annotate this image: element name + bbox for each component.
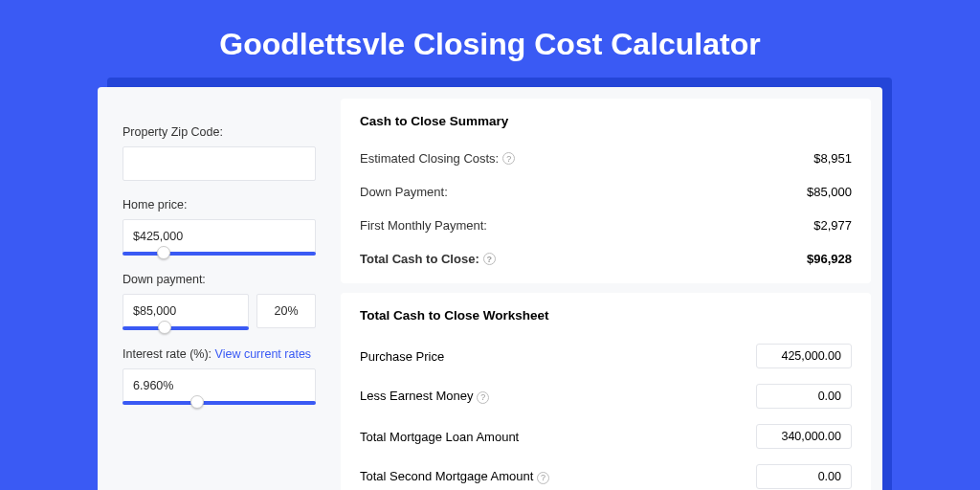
calculator-card: Property Zip Code: Home price: $425,000 … <box>98 87 882 490</box>
worksheet-key: Purchase Price <box>360 349 444 364</box>
worksheet-key: Total Mortgage Loan Amount <box>360 430 519 444</box>
worksheet-value[interactable]: 425,000.00 <box>756 344 852 368</box>
summary-row: Estimated Closing Costs: ?$8,951 <box>360 142 852 175</box>
worksheet-value[interactable]: 0.00 <box>756 464 852 489</box>
summary-value: $2,977 <box>813 218 852 233</box>
worksheet-row: Total Second Mortgage Amount ?0.00 <box>360 457 852 490</box>
summary-row: First Monthly Payment:$2,977 <box>360 209 852 242</box>
interest-rate-slider[interactable] <box>122 401 316 405</box>
down-payment-slider[interactable] <box>122 326 249 330</box>
summary-value: $85,000 <box>807 185 852 199</box>
summary-value: $96,928 <box>807 252 852 266</box>
home-price-input[interactable]: $425,000 <box>122 219 316 254</box>
field-interest-rate: Interest rate (%): View current rates 6.… <box>122 347 316 405</box>
worksheet-key: Less Earnest Money ? <box>360 389 489 404</box>
interest-rate-label: Interest rate (%): View current rates <box>122 347 316 361</box>
main-column: Cash to Close Summary Estimated Closing … <box>341 99 871 490</box>
field-home-price: Home price: $425,000 <box>122 198 316 256</box>
home-price-slider[interactable] <box>122 252 316 256</box>
sidebar: Property Zip Code: Home price: $425,000 … <box>109 99 329 490</box>
worksheet-panel: Total Cash to Close Worksheet Purchase P… <box>341 293 871 490</box>
summary-panel: Cash to Close Summary Estimated Closing … <box>341 99 871 283</box>
help-icon[interactable]: ? <box>483 253 496 265</box>
page-title: Goodlettsvle Closing Cost Calculator <box>0 0 980 78</box>
summary-row: Total Cash to Close: ?$96,928 <box>360 242 852 276</box>
worksheet-row: Purchase Price425,000.00 <box>360 336 852 376</box>
slider-thumb-icon[interactable] <box>157 246 170 259</box>
worksheet-key: Total Second Mortgage Amount ? <box>360 469 549 484</box>
down-payment-label: Down payment: <box>122 273 316 286</box>
worksheet-row: Total Mortgage Loan Amount340,000.00 <box>360 416 852 457</box>
worksheet-value[interactable]: 0.00 <box>756 384 852 409</box>
summary-key: First Monthly Payment: <box>360 218 487 233</box>
worksheet-header: Total Cash to Close Worksheet <box>360 308 852 323</box>
help-icon[interactable]: ? <box>537 472 549 484</box>
summary-value: $8,951 <box>813 151 852 166</box>
home-price-label: Home price: <box>122 198 316 212</box>
down-payment-pct-input[interactable]: 20% <box>256 294 316 328</box>
summary-key: Total Cash to Close: ? <box>360 252 496 266</box>
zip-label: Property Zip Code: <box>122 125 316 139</box>
slider-thumb-icon[interactable] <box>158 321 171 334</box>
down-payment-input[interactable]: $85,000 <box>122 294 249 328</box>
field-zip: Property Zip Code: <box>122 125 316 181</box>
field-down-payment: Down payment: $85,000 20% <box>122 273 316 330</box>
interest-rate-input[interactable]: 6.960% <box>122 368 316 403</box>
summary-key: Estimated Closing Costs: ? <box>360 151 515 166</box>
help-icon[interactable]: ? <box>502 152 515 165</box>
worksheet-row: Less Earnest Money ?0.00 <box>360 376 852 416</box>
slider-thumb-icon[interactable] <box>190 395 204 409</box>
summary-header: Cash to Close Summary <box>360 114 852 128</box>
view-rates-link[interactable]: View current rates <box>215 347 312 361</box>
worksheet-value[interactable]: 340,000.00 <box>756 424 852 449</box>
zip-input[interactable] <box>122 146 316 181</box>
help-icon[interactable]: ? <box>477 391 489 404</box>
summary-row: Down Payment:$85,000 <box>360 175 852 209</box>
summary-key: Down Payment: <box>360 185 448 199</box>
